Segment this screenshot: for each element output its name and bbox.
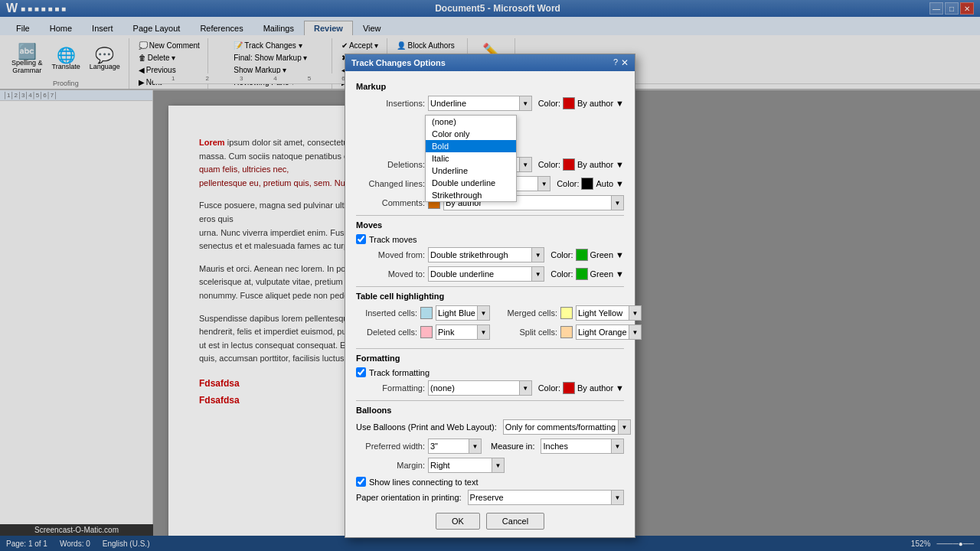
deletions-dropdown-arrow[interactable]: ▼ [520,157,532,172]
margin-select[interactable]: Right Left [428,458,492,473]
comments-label: Comments: [356,198,425,207]
inserted-cells-select[interactable]: Light Blue [436,305,478,321]
deletions-color-value: By author [577,160,613,169]
insertions-select[interactable]: (none) Color only Underline Double under… [428,96,520,111]
moved-from-color-group: Color: Green ▼ [550,249,624,261]
merged-cells-row: Merged cells: Light Yellow ▼ [496,305,642,321]
moved-to-arrow[interactable]: ▼ [532,266,544,282]
show-lines-checkbox[interactable] [356,477,366,487]
dropdown-underline[interactable]: Underline [426,165,516,177]
use-balloons-label: Use Balloons (Print and Web Layout): [356,422,497,432]
use-balloons-select[interactable]: Only for comments/formatting [503,419,619,435]
moved-to-color-value: Green [590,269,614,279]
split-cells-row: Split cells: Light Orange ▼ [496,324,642,340]
merged-cells-arrow[interactable]: ▼ [629,305,642,321]
table-cell-rows: Inserted cells: Light Blue ▼ Deleted cel… [356,305,624,344]
inserted-cells-label: Inserted cells: [356,308,417,318]
preferred-width-select[interactable]: 3" [428,439,469,454]
insertions-color-value: By author [577,99,613,108]
track-formatting-row: Track formatting [356,367,624,377]
dialog-help-button[interactable]: ? [613,57,618,68]
insertions-dropdown-arrow[interactable]: ▼ [520,96,532,111]
moved-from-arrow[interactable]: ▼ [532,247,544,262]
moved-to-label: Moved to: [356,269,425,279]
insertions-dropdown-list: (none) Color only Bold Italic Underline … [425,115,517,202]
changed-lines-color-swatch [581,178,593,190]
split-cells-arrow[interactable]: ▼ [629,324,642,340]
split-cells-swatch [560,326,573,338]
moved-to-swatch [576,268,588,280]
markup-section-header: Markup [356,82,624,91]
deleted-cells-swatch [420,326,433,338]
deleted-cells-select[interactable]: Pink [436,324,478,340]
formatting-color-arrow[interactable]: ▼ [616,383,624,393]
measure-in-label: Measure in: [491,442,534,451]
insertions-label: Insertions: [356,99,425,108]
changed-lines-color-label: Color: [557,179,579,188]
formatting-color-value: By author [577,383,613,393]
margin-arrow[interactable]: ▼ [492,458,505,473]
deleted-cells-arrow[interactable]: ▼ [478,324,490,340]
track-moves-label: Track moves [369,235,417,244]
formatting-label: Formatting: [356,383,425,393]
changed-lines-color-value: Auto [596,179,613,188]
moved-to-color-group: Color: Green ▼ [550,268,624,280]
moved-from-color-arrow[interactable]: ▼ [616,250,624,259]
use-balloons-arrow[interactable]: ▼ [619,419,631,435]
deletions-color-swatch [563,158,575,171]
split-cells-select[interactable]: Light Orange [576,324,629,340]
formatting-row: Formatting: (none) ▼ Color: By author ▼ [356,380,624,396]
dialog-close-button[interactable]: ✕ [621,57,629,68]
paper-orientation-label: Paper orientation in printing: [356,493,462,502]
inserted-cells-arrow[interactable]: ▼ [478,305,490,321]
margin-label: Margin: [356,461,425,470]
dropdown-italic[interactable]: Italic [426,152,516,165]
changed-lines-color-arrow[interactable]: ▼ [616,179,624,188]
track-changes-dialog: Track Changes Options ? ✕ Markup Inserti… [345,54,635,538]
dropdown-color-only[interactable]: Color only [426,128,516,140]
formatting-color-swatch [563,382,575,394]
moved-from-color-value: Green [590,250,614,259]
dropdown-none[interactable]: (none) [426,116,516,128]
dropdown-bold[interactable]: Bold [426,140,516,152]
formatting-select[interactable]: (none) [428,380,520,396]
moved-from-select[interactable]: Double strikethrough [428,247,532,262]
track-formatting-checkbox[interactable] [356,367,366,377]
formatting-arrow[interactable]: ▼ [520,380,532,396]
insertions-row: Insertions: (none) Color only Underline … [356,96,624,111]
paper-orientation-select[interactable]: Preserve [468,490,612,505]
dropdown-strikethrough[interactable]: Strikethrough [426,189,516,201]
insertions-color-group: Color: By author ▼ [538,97,624,109]
margin-row: Margin: Right Left ▼ [356,458,624,473]
dropdown-double-underline[interactable]: Double underline [426,177,516,189]
cancel-button[interactable]: Cancel [486,513,544,530]
preferred-width-arrow[interactable]: ▼ [469,439,482,454]
show-lines-row: Show lines connecting to text [356,477,624,487]
paper-orientation-arrow[interactable]: ▼ [612,490,624,505]
changed-lines-color-group: Color: Auto ▼ [557,178,624,190]
changed-lines-arrow[interactable]: ▼ [538,176,550,191]
measure-in-arrow[interactable]: ▼ [612,439,624,454]
ok-button[interactable]: OK [436,513,480,530]
insertions-color-label: Color: [538,99,560,108]
inserted-cells-row: Inserted cells: Light Blue ▼ [356,305,490,321]
formatting-section-header: Formatting [356,354,624,363]
changed-lines-label: Changed lines: [356,179,425,188]
insertions-color-arrow[interactable]: ▼ [616,99,624,108]
deletions-color-group: Color: By author ▼ [538,158,624,171]
dialog-overlay: Track Changes Options ? ✕ Markup Inserti… [0,0,980,551]
comments-dropdown-arrow[interactable]: ▼ [612,195,624,210]
show-lines-label: Show lines connecting to text [369,478,478,487]
deleted-cells-label: Deleted cells: [356,328,417,337]
moved-from-label: Moved from: [356,250,425,259]
inserted-cells-swatch [420,307,433,319]
deletions-color-label: Color: [538,160,560,169]
split-cells-label: Split cells: [496,328,557,337]
measure-in-select[interactable]: Inches [541,439,612,454]
track-moves-checkbox[interactable] [356,234,366,244]
moved-to-color-arrow[interactable]: ▼ [616,269,624,279]
deletions-color-arrow[interactable]: ▼ [616,160,624,169]
merged-cells-select[interactable]: Light Yellow [576,305,629,321]
merged-cells-label: Merged cells: [496,308,557,318]
moved-to-select[interactable]: Double underline [428,266,532,282]
